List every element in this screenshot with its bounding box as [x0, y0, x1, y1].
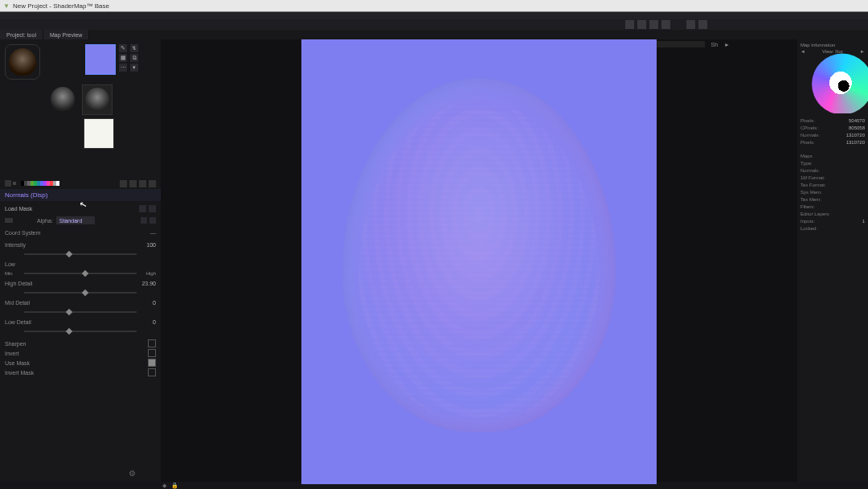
mask-icon-a[interactable] — [139, 205, 146, 212]
footer-lock-icon[interactable]: 🔒 — [171, 483, 178, 489]
palette-tool-c-icon[interactable] — [139, 180, 146, 187]
thumb-tool-a-icon[interactable]: ✎ — [119, 44, 127, 52]
normal-sphere-viz[interactable] — [807, 52, 868, 113]
toolbar-open-icon[interactable] — [637, 20, 646, 29]
source-thumb[interactable] — [5, 44, 40, 80]
panel-title: Normals (Disp) — [0, 189, 161, 201]
slider-track[interactable] — [24, 271, 137, 276]
slider-low-detail: Low Detail0 — [5, 317, 156, 327]
right-panel: Map Information ◄ View: Nor ► Pixels:504… — [797, 39, 868, 482]
gear-icon[interactable]: ⚙ — [129, 469, 136, 478]
viewport[interactable]: ↶ Undo Sh ► — [161, 39, 797, 482]
check-invert-mask[interactable]: Invert Mask — [5, 368, 156, 377]
thumb-tool-e-icon[interactable]: ⧉ — [130, 54, 138, 62]
slider-track[interactable] — [24, 252, 137, 257]
top-toolbar — [0, 19, 868, 30]
grey-thumb-b[interactable] — [82, 84, 113, 115]
slider-intensity: Intensity100 — [5, 240, 156, 249]
palette-tool-d-icon[interactable] — [149, 180, 156, 187]
view-value[interactable]: Nor — [835, 49, 843, 54]
alpha-icon-b[interactable] — [149, 217, 156, 224]
color-swatches[interactable] — [21, 181, 59, 186]
slider-mid-detail: Mid Detail0 — [5, 298, 156, 307]
alpha-dropdown[interactable]: Standard — [56, 216, 95, 224]
slider-low: Low — [5, 259, 156, 269]
check-invert[interactable]: Invert — [5, 348, 156, 358]
check-use-mask[interactable]: Use Mask — [5, 358, 156, 368]
slider-track[interactable] — [24, 329, 137, 334]
slider-track[interactable] — [24, 290, 137, 295]
check-sharpen[interactable]: Sharpen — [5, 339, 156, 348]
play-icon[interactable]: ► — [724, 42, 730, 47]
thumb-tool-b-icon[interactable]: ▦ — [119, 54, 127, 62]
toolbar-refresh-icon[interactable] — [698, 20, 707, 29]
palette-tool-b-icon[interactable] — [129, 180, 137, 187]
thumb-tool-d-icon[interactable]: ↯ — [130, 44, 138, 52]
toolbar-link-icon[interactable] — [686, 20, 695, 29]
palette-tool-a-icon[interactable] — [120, 180, 127, 187]
normal-map-preview — [301, 39, 657, 484]
palette — [0, 178, 161, 189]
window-title: New Project - ShaderMap™ Base — [13, 2, 109, 10]
tab-map-preview[interactable]: Map Preview — [43, 30, 89, 39]
alpha-icon-a[interactable] — [141, 217, 147, 224]
white-thumb[interactable] — [84, 118, 114, 149]
left-panel: ✎ ▦ ⋯ ↯ ⧉ ▾ — [0, 39, 161, 482]
grey-thumb-a[interactable] — [48, 84, 77, 113]
coord-value[interactable]: — — [150, 230, 156, 236]
tab-project[interactable]: Project: tool — [0, 30, 43, 39]
menubar[interactable] — [0, 12, 868, 19]
mask-icon-b[interactable] — [149, 205, 156, 212]
app-icon: ▼ — [3, 2, 10, 10]
mask-swatch[interactable] — [5, 218, 13, 223]
slider-high-detail: High Detail23.90 — [5, 278, 156, 288]
swatch[interactable] — [56, 181, 59, 186]
toolbar-save-icon[interactable] — [649, 20, 658, 29]
footer-icon-a[interactable]: ◆ — [162, 483, 166, 489]
alpha-label: Alpha: — [37, 218, 53, 224]
tab-bar: Project: tool Map Preview — [0, 30, 868, 39]
load-mask-label: Load Mask — [5, 206, 32, 212]
top-dropdown[interactable] — [657, 41, 705, 47]
window-titlebar: ▼ New Project - ShaderMap™ Base — [0, 0, 868, 12]
toolbar-export-icon[interactable] — [661, 20, 670, 29]
grid-toggle-icon[interactable] — [5, 180, 11, 187]
coord-label: Coord System — [5, 230, 45, 236]
toolbar-new-icon[interactable] — [625, 20, 634, 29]
right-header: Map Information — [800, 43, 835, 47]
thumb-tool-f-icon[interactable]: ▾ — [130, 64, 138, 72]
slider-track[interactable] — [24, 310, 137, 314]
normal-map-thumb[interactable] — [85, 44, 116, 75]
palette-dot[interactable] — [13, 182, 16, 185]
sh-label[interactable]: Sh — [711, 42, 719, 47]
thumb-tool-c-icon[interactable]: ⋯ — [119, 64, 127, 72]
